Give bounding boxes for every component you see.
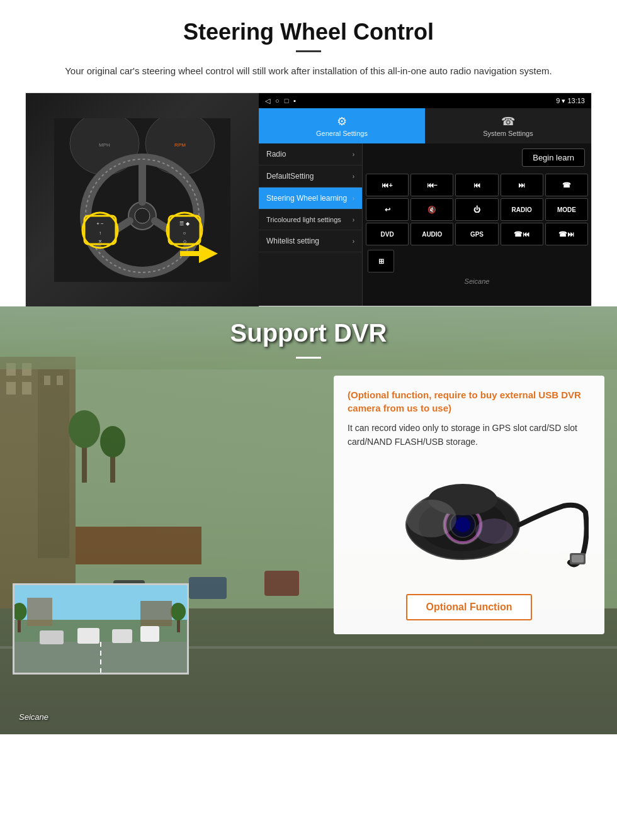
dvr-desc-text: It can record video only to storage in G…: [348, 421, 591, 449]
ctrl-btn-mute[interactable]: 🔇: [410, 198, 453, 221]
gear-tab-icon: ⚙: [337, 115, 347, 128]
optional-function-button[interactable]: Optional Function: [406, 594, 533, 620]
watermark-seicane: Seicane: [363, 275, 591, 288]
ctrl-btn-prev[interactable]: ⏮: [455, 174, 498, 196]
ctrl-btn-call[interactable]: ☎: [545, 174, 588, 196]
tab-general-label: General Settings: [316, 130, 368, 137]
steering-wheel-svg: MPH RPM + − ↑ ⤱: [54, 118, 230, 282]
ctrl-btn-call-next[interactable]: ☎⏭: [545, 223, 588, 245]
menu-whitelist-label: Whitelist setting: [266, 237, 319, 245]
svg-rect-42: [264, 571, 299, 596]
ctrl-btn-radio[interactable]: RADIO: [501, 198, 543, 221]
preview-svg: [14, 585, 187, 673]
svg-text:RPM: RPM: [174, 142, 186, 148]
ctrl-btn-gps[interactable]: GPS: [455, 223, 498, 245]
title-divider: [296, 50, 321, 52]
tab-general-settings[interactable]: ⚙ General Settings: [259, 108, 425, 143]
subtitle-text: Your original car's steering wheel contr…: [25, 64, 592, 79]
svg-point-53: [406, 500, 456, 537]
dvr-optional-text: (Optional function, require to buy exter…: [348, 388, 591, 415]
svg-rect-59: [40, 630, 64, 644]
android-ui: ◁ ○ □ ▪ 9 ▾ 13:13 ⚙ General Settings ☎ S…: [259, 93, 591, 306]
svg-rect-52: [572, 555, 584, 563]
svg-rect-61: [112, 629, 132, 643]
dvr-info-card: (Optional function, require to buy exter…: [334, 376, 604, 634]
ctrl-btn-vol-down[interactable]: ⏮−: [410, 174, 453, 196]
ctrl-btn-mode[interactable]: MODE: [545, 198, 588, 221]
arrow-icon-steering: ›: [353, 195, 354, 202]
svg-text:+  −: + −: [96, 221, 104, 227]
svg-point-54: [475, 518, 513, 544]
svg-text:○: ○: [183, 230, 186, 236]
svg-text:↑: ↑: [99, 230, 101, 236]
left-menu: Radio › DefaultSetting › Steering Wheel …: [259, 143, 363, 306]
menu-tricoloured-label: Tricoloured light settings: [266, 216, 341, 223]
svg-text:MPH: MPH: [99, 142, 110, 148]
svg-point-48: [455, 517, 470, 532]
ctrl-btn-hangup[interactable]: ↩: [366, 198, 409, 221]
ctrl-btn-next[interactable]: ⏭: [501, 174, 543, 196]
ctrl-btn-audio[interactable]: AUDIO: [410, 223, 453, 245]
svg-point-36: [100, 426, 125, 457]
recents-icon: □: [285, 97, 289, 105]
arrow-icon-whitelist: ›: [353, 238, 354, 245]
svg-rect-29: [22, 382, 31, 395]
svg-rect-68: [140, 601, 172, 626]
right-panel: Begin learn ⏮+ ⏮− ⏮ ⏭ ☎ ↩ 🔇 ⏻ R: [363, 143, 591, 306]
ctrl-btn-dvd[interactable]: DVD: [366, 223, 409, 245]
svg-rect-60: [77, 628, 99, 644]
menu-item-whitelist[interactable]: Whitelist setting ›: [259, 230, 362, 252]
page-title: Steering Wheel Control: [25, 19, 592, 45]
svg-rect-23: [180, 251, 199, 256]
arrow-icon-default: ›: [353, 173, 354, 180]
menu-radio-label: Radio: [266, 150, 286, 159]
svg-rect-28: [6, 382, 16, 395]
status-nav-icons: ◁ ○ □ ▪: [265, 97, 296, 105]
dvr-preview-screen: [13, 583, 189, 675]
svg-rect-30: [38, 369, 69, 558]
menu-steering-label: Steering Wheel learning: [266, 194, 347, 203]
menu-item-tricoloured[interactable]: Tricoloured light settings ›: [259, 210, 362, 230]
menu-default-label: DefaultSetting: [266, 172, 314, 181]
ctrl-btn-vol-up[interactable]: ⏮+: [366, 174, 409, 196]
dvr-watermark: Seicane: [19, 712, 48, 722]
tab-bar[interactable]: ⚙ General Settings ☎ System Settings: [259, 108, 591, 143]
svg-rect-32: [57, 376, 63, 385]
menu-item-radio[interactable]: Radio ›: [259, 143, 362, 165]
dvr-camera-area: [348, 462, 591, 581]
control-button-grid: ⏮+ ⏮− ⏮ ⏭ ☎ ↩ 🔇 ⏻ RADIO MODE DVD AUDIO: [363, 172, 591, 247]
arrow-icon-radio: ›: [353, 151, 354, 158]
dvr-camera-svg: [349, 462, 589, 588]
content-area: Radio › DefaultSetting › Steering Wheel …: [259, 143, 591, 306]
svg-rect-62: [140, 626, 159, 642]
menu-icon: ▪: [293, 97, 296, 105]
ctrl-btn-power[interactable]: ⏻: [455, 198, 498, 221]
svg-text:⤱: ⤱: [98, 239, 102, 244]
menu-item-steering[interactable]: Steering Wheel learning ›: [259, 188, 362, 210]
menu-item-default[interactable]: DefaultSetting ›: [259, 165, 362, 188]
ctrl-btn-call-prev[interactable]: ☎⏮: [501, 223, 543, 245]
arrow-icon-tricoloured: ›: [353, 216, 354, 223]
section2-dvr: Support DVR (Optional function, require …: [0, 306, 617, 734]
section1-steering-wheel: Steering Wheel Control Your original car…: [0, 0, 617, 306]
status-time: 9 ▾ 13:13: [556, 97, 585, 105]
svg-point-11: [135, 208, 150, 223]
svg-point-34: [69, 410, 100, 448]
dvr-title-divider: [296, 357, 321, 359]
tab-system-settings[interactable]: ☎ System Settings: [425, 108, 591, 143]
back-icon: ◁: [265, 97, 270, 105]
svg-rect-31: [44, 376, 50, 385]
svg-rect-67: [27, 598, 52, 626]
status-bar: ◁ ○ □ ▪ 9 ▾ 13:13: [259, 93, 591, 108]
home-icon: ○: [275, 97, 280, 105]
svg-rect-37: [76, 527, 201, 564]
svg-point-66: [171, 603, 186, 620]
dvr-title: Support DVR: [0, 319, 617, 347]
svg-text:☰  ◆: ☰ ◆: [179, 221, 190, 227]
whitelist-icon[interactable]: ⊞: [368, 250, 394, 272]
svg-rect-41: [189, 577, 227, 599]
whitelist-row: ⊞: [363, 247, 591, 275]
tab-system-label: System Settings: [483, 130, 533, 137]
begin-learn-button[interactable]: Begin learn: [522, 148, 585, 167]
system-tab-icon: ☎: [501, 115, 515, 128]
